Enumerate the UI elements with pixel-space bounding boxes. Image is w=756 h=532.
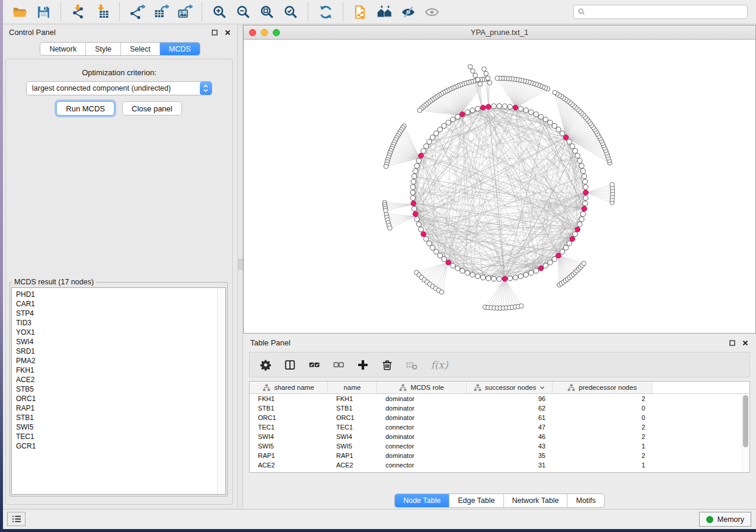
graph-node[interactable]	[579, 217, 584, 222]
graph-node[interactable]	[480, 275, 485, 280]
tab-network-table[interactable]: Network Table	[503, 494, 567, 507]
graph-node[interactable]	[427, 139, 432, 144]
graph-node[interactable]	[455, 114, 460, 119]
graph-node[interactable]	[465, 271, 470, 275]
graph-node[interactable]	[534, 268, 538, 273]
table-row[interactable]: STB1STB1dominator620	[250, 403, 749, 413]
graph-mcds-node[interactable]	[513, 105, 518, 110]
graph-node[interactable]	[502, 104, 507, 108]
graph-node[interactable]	[492, 104, 496, 108]
table-row[interactable]: TEC1TEC1connector472	[250, 422, 749, 432]
column-header-predecessor-nodes[interactable]: predecessor nodes	[553, 382, 652, 393]
tab-network[interactable]: Network	[40, 43, 85, 55]
graph-node[interactable]	[543, 117, 548, 122]
graph-mcds-node[interactable]	[582, 206, 586, 211]
zoom-in-icon[interactable]	[208, 2, 231, 22]
graph-node[interactable]	[524, 108, 528, 113]
graph-mcds-node[interactable]	[538, 266, 543, 271]
graph-node[interactable]	[417, 108, 422, 113]
graph-node[interactable]	[556, 127, 561, 132]
open-session-icon[interactable]	[8, 2, 31, 22]
graph-node[interactable]	[578, 158, 582, 163]
graph-mcds-node[interactable]	[583, 190, 588, 195]
show-columns-icon[interactable]	[282, 357, 298, 373]
graph-node[interactable]	[414, 164, 419, 168]
graph-mcds-node[interactable]	[563, 135, 568, 140]
graph-node[interactable]	[476, 106, 480, 111]
graph-node[interactable]	[583, 201, 588, 206]
graph-node[interactable]	[552, 123, 557, 128]
close-panel-icon[interactable]	[224, 28, 231, 36]
table-row[interactable]: RAP1RAP1dominator352	[250, 451, 749, 460]
graph-node[interactable]	[560, 131, 564, 136]
graph-node[interactable]	[486, 76, 490, 81]
graph-node[interactable]	[567, 241, 572, 246]
graph-node[interactable]	[524, 273, 528, 277]
graph-node[interactable]	[529, 110, 534, 114]
graph-node[interactable]	[473, 73, 478, 78]
column-header-successor-nodes[interactable]: successor nodes	[467, 382, 553, 393]
graph-node[interactable]	[438, 253, 442, 258]
graph-node[interactable]	[486, 276, 491, 281]
graph-node[interactable]	[384, 209, 388, 213]
graph-node[interactable]	[497, 277, 502, 281]
graph-node[interactable]	[478, 82, 483, 86]
graph-mcds-node[interactable]	[413, 211, 417, 216]
graph-node[interactable]	[573, 232, 578, 236]
graph-mcds-node[interactable]	[460, 112, 465, 117]
zoom-selected-icon[interactable]	[279, 2, 302, 22]
tab-mcds[interactable]: MCDS	[160, 43, 200, 55]
network-graph[interactable]	[244, 39, 755, 333]
graph-node[interactable]	[471, 69, 476, 73]
graph-node[interactable]	[567, 139, 572, 144]
column-header-MCDS-role[interactable]: MCDS role	[377, 382, 467, 393]
table-row[interactable]: ORC1ORC1dominator610	[250, 413, 749, 422]
graph-node[interactable]	[451, 263, 455, 268]
graph-mcds-node[interactable]	[502, 277, 507, 281]
graph-node[interactable]	[424, 236, 429, 241]
graph-node[interactable]	[582, 174, 586, 178]
graph-node[interactable]	[575, 153, 580, 158]
graph-node[interactable]	[460, 268, 465, 273]
close-panel-button[interactable]: Close panel	[122, 101, 182, 116]
graph-node[interactable]	[553, 90, 557, 95]
first-neighbors-icon[interactable]	[372, 2, 396, 22]
graph-node[interactable]	[416, 158, 421, 163]
graph-node[interactable]	[497, 104, 502, 108]
graph-mcds-node[interactable]	[575, 227, 580, 232]
graph-node[interactable]	[583, 196, 588, 200]
graph-mcds-node[interactable]	[419, 153, 423, 158]
graph-node[interactable]	[419, 227, 423, 232]
graph-node[interactable]	[519, 304, 524, 309]
graph-node[interactable]	[543, 263, 548, 268]
graph-node[interactable]	[583, 180, 588, 184]
graph-node[interactable]	[538, 114, 543, 119]
graph-node[interactable]	[552, 257, 557, 261]
tab-edge-table[interactable]: Edge Table	[449, 494, 503, 507]
export-image-icon[interactable]	[173, 2, 196, 22]
export-table-icon[interactable]	[149, 2, 173, 22]
graph-mcds-node[interactable]	[421, 232, 426, 236]
table-row[interactable]: SWI4SWI4dominator462	[250, 432, 749, 441]
graph-node[interactable]	[439, 290, 444, 294]
graph-node[interactable]	[470, 108, 475, 113]
graph-node[interactable]	[579, 164, 584, 168]
graph-node[interactable]	[518, 106, 523, 111]
delete-column-icon[interactable]	[379, 357, 395, 373]
graph-mcds-node[interactable]	[446, 260, 451, 265]
graph-node[interactable]	[438, 127, 442, 132]
graph-node[interactable]	[484, 71, 489, 76]
graph-mcds-node[interactable]	[486, 104, 491, 109]
graph-node[interactable]	[476, 274, 480, 278]
graph-node[interactable]	[414, 217, 419, 222]
tab-node-table[interactable]: Node Table	[395, 494, 449, 507]
graph-node[interactable]	[573, 149, 578, 153]
graph-node[interactable]	[455, 266, 460, 271]
float-panel-icon[interactable]	[728, 339, 736, 347]
graph-node[interactable]	[430, 135, 435, 140]
graph-node[interactable]	[470, 273, 475, 277]
tab-style[interactable]: Style	[85, 43, 120, 55]
splitter-grip[interactable]	[238, 259, 243, 270]
add-column-icon[interactable]	[355, 357, 371, 373]
close-panel-icon[interactable]	[741, 339, 749, 347]
